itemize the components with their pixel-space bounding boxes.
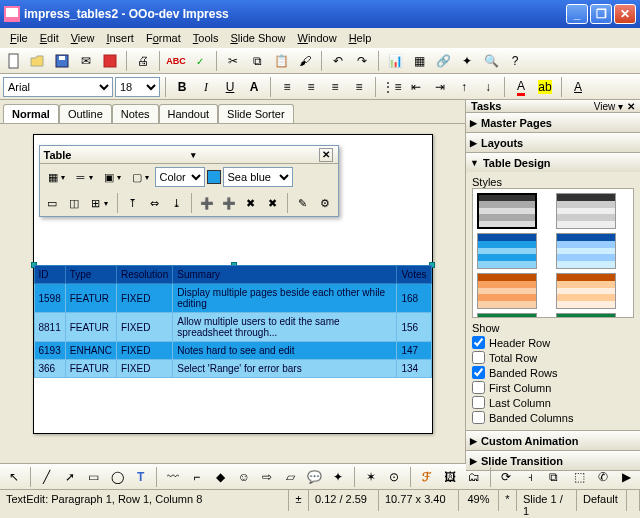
table-button[interactable]: ▦ xyxy=(408,50,430,72)
menu-help[interactable]: Help xyxy=(343,30,378,46)
style-thumb[interactable] xyxy=(477,233,537,269)
align-left-button[interactable]: ≡ xyxy=(276,76,298,98)
align-center-button[interactable]: ≡ xyxy=(300,76,322,98)
style-thumb[interactable] xyxy=(556,233,616,269)
delete-col-button[interactable]: ✖ xyxy=(262,193,282,213)
tab-slidesorter[interactable]: Slide Sorter xyxy=(218,104,293,123)
tasks-close[interactable]: ✕ xyxy=(627,101,635,112)
pin-icon[interactable]: ▾ xyxy=(191,150,196,160)
insert-row-button[interactable]: ➕ xyxy=(197,193,217,213)
align-tool[interactable]: ⫞ xyxy=(519,466,541,488)
chart-button[interactable]: 📊 xyxy=(384,50,406,72)
spellcheck-button[interactable]: ABC xyxy=(165,50,187,72)
slide-canvas[interactable]: Table ▾ ✕ ▦▾ ═▾ ▣▾ ▢▾ Color Sea blue xyxy=(33,134,433,434)
tab-handout[interactable]: Handout xyxy=(159,104,219,123)
fill-color-combo[interactable]: Sea blue xyxy=(223,167,293,187)
section-table-design[interactable]: ▼Table Design xyxy=(466,153,640,172)
slide-table[interactable]: ID Type Resolution Summary Votes 1598 FE… xyxy=(34,265,432,378)
split-cells-button[interactable]: ◫ xyxy=(64,193,84,213)
cut-button[interactable]: ✂ xyxy=(222,50,244,72)
menu-view[interactable]: View xyxy=(65,30,101,46)
open-button[interactable] xyxy=(27,50,49,72)
arrow-tool[interactable]: ➚ xyxy=(59,466,81,488)
menu-format[interactable]: Format xyxy=(140,30,187,46)
menu-edit[interactable]: Edit xyxy=(34,30,65,46)
delete-row-button[interactable]: ✖ xyxy=(240,193,260,213)
promote-button[interactable]: ⇤ xyxy=(405,76,427,98)
status-zoom[interactable]: 49% xyxy=(459,490,499,511)
symbol-shapes-tool[interactable]: ☺ xyxy=(233,466,255,488)
valign-top-button[interactable]: ⤒ xyxy=(123,193,143,213)
fontwork-tool[interactable]: ℱ xyxy=(416,466,438,488)
shadow-button[interactable]: A xyxy=(243,76,265,98)
col-type[interactable]: Type xyxy=(65,266,116,284)
align-right-button[interactable]: ≡ xyxy=(324,76,346,98)
format-paint-button[interactable]: 🖌 xyxy=(294,50,316,72)
style-thumb[interactable] xyxy=(477,313,537,318)
line-style-button[interactable]: ═ xyxy=(71,167,91,187)
close-button[interactable]: ✕ xyxy=(614,4,636,24)
autospell-button[interactable]: ✓ xyxy=(189,50,211,72)
tab-normal[interactable]: Normal xyxy=(3,104,59,123)
bullets-button[interactable]: ⋮≡ xyxy=(381,76,403,98)
chk-header-row[interactable]: Header Row xyxy=(472,336,634,349)
menu-tools[interactable]: Tools xyxy=(187,30,225,46)
style-thumb[interactable] xyxy=(477,193,537,229)
table-toolbar-close[interactable]: ✕ xyxy=(319,148,333,162)
navigator-button[interactable]: ✦ xyxy=(456,50,478,72)
insert-col-button[interactable]: ➕ xyxy=(219,193,239,213)
new-button[interactable] xyxy=(3,50,25,72)
menu-insert[interactable]: Insert xyxy=(100,30,140,46)
char-dialog-button[interactable]: A xyxy=(567,76,589,98)
tab-outline[interactable]: Outline xyxy=(59,104,112,123)
style-thumb[interactable] xyxy=(556,273,616,309)
zoom-button[interactable]: 🔍 xyxy=(480,50,502,72)
basic-shapes-tool[interactable]: ◆ xyxy=(209,466,231,488)
table-grid-button[interactable]: ▦ xyxy=(43,167,63,187)
text-tool[interactable]: T xyxy=(130,466,152,488)
maximize-button[interactable]: ❐ xyxy=(590,4,612,24)
move-down-button[interactable]: ↓ xyxy=(477,76,499,98)
border-color-button[interactable]: ▢ xyxy=(127,167,147,187)
print-button[interactable]: 🖨 xyxy=(132,50,154,72)
tab-notes[interactable]: Notes xyxy=(112,104,159,123)
table-row[interactable]: 8811 FEATUR FIXED Allow multiple users t… xyxy=(34,313,431,342)
section-custom-anim[interactable]: ▶Custom Animation xyxy=(466,431,640,450)
style-thumb[interactable] xyxy=(556,313,616,318)
connector-tool[interactable]: ⌐ xyxy=(186,466,208,488)
demote-button[interactable]: ⇥ xyxy=(429,76,451,98)
chk-last-col[interactable]: Last Column xyxy=(472,396,634,409)
hyperlink-button[interactable]: 🔗 xyxy=(432,50,454,72)
align-justify-button[interactable]: ≡ xyxy=(348,76,370,98)
block-arrows-tool[interactable]: ⇨ xyxy=(257,466,279,488)
highlight-button[interactable]: ab xyxy=(534,76,556,98)
table-design-button[interactable]: ✎ xyxy=(293,193,313,213)
curve-tool[interactable]: 〰 xyxy=(162,466,184,488)
save-button[interactable] xyxy=(51,50,73,72)
style-thumb[interactable] xyxy=(477,273,537,309)
table-row[interactable]: 1598 FEATUR FIXED Display multiple pages… xyxy=(34,284,431,313)
paste-button[interactable]: 📋 xyxy=(270,50,292,72)
email-button[interactable]: ✉ xyxy=(75,50,97,72)
chk-total-row[interactable]: Total Row xyxy=(472,351,634,364)
col-summary[interactable]: Summary xyxy=(173,266,397,284)
valign-mid-button[interactable]: ⇔ xyxy=(144,193,164,213)
tasks-view-menu[interactable]: View ▾ xyxy=(594,101,623,112)
menu-slideshow[interactable]: Slide Show xyxy=(224,30,291,46)
table-row[interactable]: 366 FEATUR FIXED Select 'Range' for erro… xyxy=(34,360,431,378)
table-props-button[interactable]: ⚙ xyxy=(315,193,335,213)
fill-type-combo[interactable]: Color xyxy=(155,167,205,187)
help-button[interactable]: ? xyxy=(504,50,526,72)
copy-button[interactable]: ⧉ xyxy=(246,50,268,72)
table-row[interactable]: 6193 ENHANC FIXED Notes hard to see and … xyxy=(34,342,431,360)
chk-banded-rows[interactable]: Banded Rows xyxy=(472,366,634,379)
gallery-tool[interactable]: 🗂 xyxy=(463,466,485,488)
minimize-button[interactable]: _ xyxy=(566,4,588,24)
ellipse-tool[interactable]: ◯ xyxy=(106,466,128,488)
line-tool[interactable]: ╱ xyxy=(36,466,58,488)
section-master-pages[interactable]: ▶Master Pages xyxy=(466,113,640,132)
status-insert[interactable]: * xyxy=(499,490,517,511)
arrange-tool[interactable]: ⧉ xyxy=(543,466,565,488)
font-color-button[interactable]: A xyxy=(510,76,532,98)
col-id[interactable]: ID xyxy=(34,266,65,284)
